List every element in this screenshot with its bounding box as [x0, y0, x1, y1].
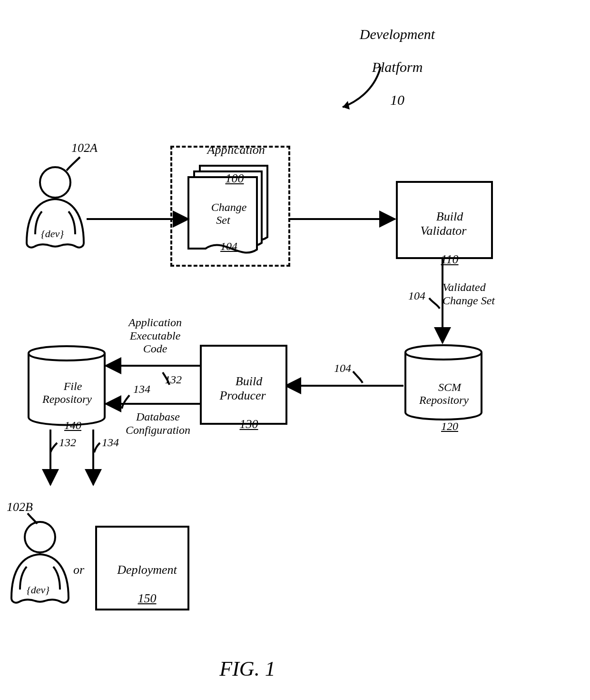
dev-a-ref: 102A [71, 141, 98, 155]
application-ref: 100 [226, 171, 244, 185]
file-repo-ref: 140 [64, 419, 81, 431]
build-validator-label: Build Validator [421, 210, 467, 238]
figure-caption: FIG. 1 [0, 657, 495, 681]
db-out-label: Database Configuration [115, 410, 201, 437]
down-right-ref: 134 [102, 436, 119, 450]
code-out-ref: 132 [165, 373, 182, 387]
deployment-label: Deployment [117, 563, 177, 577]
diagram-svg [0, 0, 590, 700]
build-producer-ref: 130 [240, 417, 258, 431]
build-producer-label: Build Producer [219, 374, 266, 402]
application-title: Application [207, 143, 265, 157]
db-out-ref: 134 [133, 383, 150, 396]
build-validator-ref: 110 [441, 252, 458, 266]
or-text: or [73, 563, 84, 577]
changeset-ref: 104 [220, 240, 237, 252]
arrow-104-ref: 104 [334, 362, 351, 375]
dev-b-label: {dev} [27, 584, 49, 596]
scm-ref: 120 [441, 420, 458, 432]
file-repo-label: File Repository [42, 380, 92, 406]
validated-label: Validated Change Set [442, 281, 528, 307]
validated-ref: 104 [408, 290, 425, 303]
deployment-ref: 150 [138, 591, 157, 605]
scm-label: SCM Repository [419, 381, 469, 407]
svg-point-0 [40, 167, 70, 198]
dev-b-ref: 102B [7, 500, 33, 514]
down-left-ref: 132 [59, 436, 76, 450]
svg-point-9 [25, 522, 55, 552]
changeset-label: Change Set [211, 201, 247, 227]
dev-a-label: {dev} [41, 228, 64, 240]
code-out-label: Application Executable Code [117, 316, 193, 356]
